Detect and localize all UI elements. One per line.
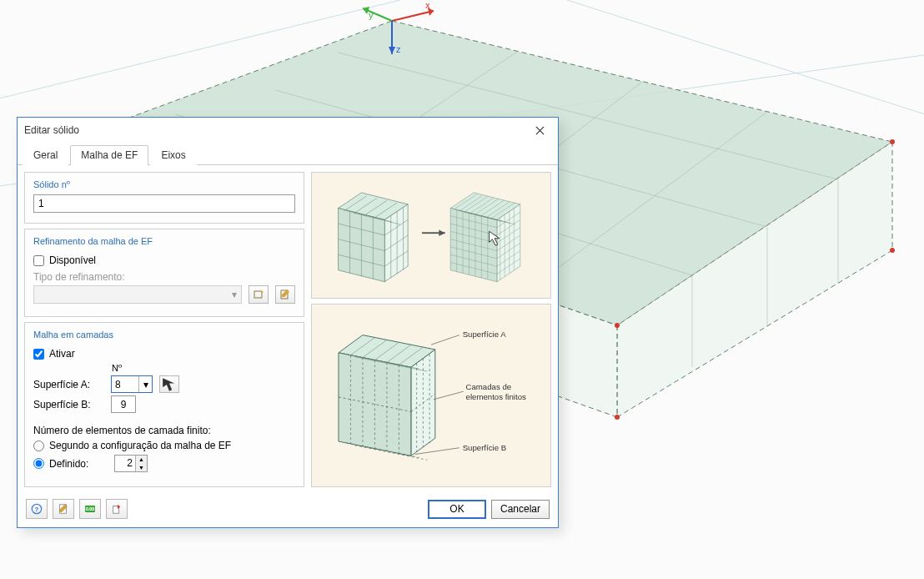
export-button[interactable]: [106, 499, 128, 519]
diagram-surface-a-label: Superfície A: [463, 330, 507, 339]
surface-a-label: Superfície A:: [33, 379, 104, 390]
chevron-down-icon: ▾: [138, 376, 152, 392]
tab-eixos[interactable]: Eixos: [150, 145, 196, 165]
svg-point-18: [615, 323, 620, 328]
svg-point-16: [890, 248, 895, 253]
diagram-layers-label2: elementos finitos: [466, 392, 527, 401]
available-label: Disponível: [49, 254, 96, 266]
refinement-new-button[interactable]: [249, 285, 269, 304]
svg-marker-28: [439, 230, 444, 236]
surface-b-input[interactable]: [111, 395, 136, 413]
svg-line-112: [434, 391, 464, 400]
refinement-edit-button[interactable]: [275, 285, 295, 304]
edit-solid-dialog: Editar sólido Geral Malha de EF Eixos Só…: [17, 117, 559, 528]
diagram-layers-label1: Camadas de: [466, 382, 512, 391]
svg-line-19: [392, 11, 434, 21]
svg-line-111: [431, 335, 459, 345]
solid-number-input[interactable]: [33, 194, 295, 213]
refinement-type-select: ▾: [33, 285, 242, 304]
ok-button[interactable]: OK: [428, 500, 486, 519]
group-solid-number: Sólido nº: [24, 172, 304, 224]
spinner-up[interactable]: ▲: [135, 456, 147, 464]
tab-malha-ef[interactable]: Malha de EF: [70, 145, 148, 165]
defined-value: 2: [115, 456, 135, 471]
dialog-footer: ? 0.00 OK Cancelar: [18, 494, 558, 527]
close-button[interactable]: [528, 121, 551, 139]
notes-button[interactable]: [53, 499, 74, 519]
axis-x-label: x: [425, 0, 430, 10]
activate-checkbox[interactable]: [33, 349, 44, 360]
titlebar[interactable]: Editar sólido: [18, 118, 558, 143]
svg-point-15: [890, 139, 895, 144]
surface-a-combo[interactable]: 8 ▾: [111, 375, 153, 393]
activate-label: Ativar: [49, 348, 75, 360]
group-layered-title: Malha em camadas: [33, 330, 295, 345]
refinement-type-label: Tipo de refinamento:: [33, 271, 295, 283]
tab-geral[interactable]: Geral: [23, 145, 68, 165]
svg-text:0.00: 0.00: [86, 506, 94, 511]
radio-defined-label: Definido:: [49, 458, 109, 470]
diagram-layers: Superfície A Camadas de elementos finito…: [311, 304, 551, 487]
diagram-refinement: [311, 172, 551, 299]
svg-text:?: ?: [35, 506, 39, 513]
surface-a-value: 8: [112, 379, 138, 390]
cancel-button[interactable]: Cancelar: [491, 500, 550, 519]
diagram-surface-b-label: Superfície B: [463, 443, 507, 452]
radio-auto-label: Segundo a configuração da malha de EF: [49, 440, 231, 451]
group-layered-mesh: Malha em camadas Ativar Nº Superfície A:…: [24, 322, 304, 487]
axis-y-label: y: [369, 10, 374, 20]
svg-point-17: [615, 415, 620, 420]
dialog-title: Editar sólido: [24, 124, 79, 136]
radio-auto[interactable]: [33, 441, 44, 451]
group-refinement-title: Refinamento da malha de EF: [33, 236, 295, 251]
available-checkbox[interactable]: [33, 255, 44, 266]
help-button[interactable]: ?: [26, 499, 48, 519]
surface-b-label: Superfície B:: [33, 399, 104, 410]
svg-line-113: [415, 448, 459, 455]
pick-surface-button[interactable]: [159, 375, 179, 393]
axis-z-label: z: [396, 44, 401, 54]
defined-spinner[interactable]: 2 ▲ ▼: [114, 455, 148, 472]
layer-count-label: Número de elementos de camada finito:: [33, 425, 295, 436]
radio-defined[interactable]: [33, 458, 44, 469]
svg-rect-25: [254, 291, 262, 298]
group-refinement: Refinamento da malha de EF Disponível Ti…: [24, 229, 304, 317]
units-button[interactable]: 0.00: [79, 499, 101, 519]
tabstrip: Geral Malha de EF Eixos: [18, 144, 558, 165]
number-column-header: Nº: [33, 363, 295, 373]
group-solid-title: Sólido nº: [33, 179, 295, 194]
spinner-down[interactable]: ▼: [135, 464, 147, 472]
